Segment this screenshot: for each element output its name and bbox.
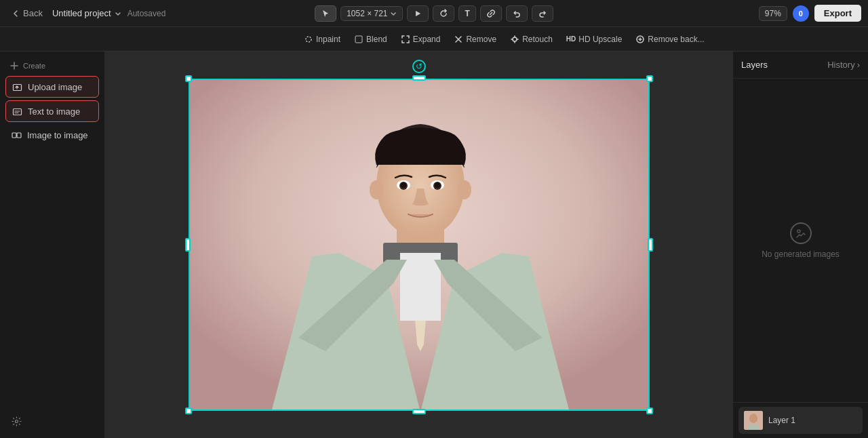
undo-icon bbox=[512, 9, 521, 18]
sidebar-item-settings[interactable] bbox=[5, 411, 99, 431]
link-button[interactable] bbox=[480, 5, 502, 22]
select-tool-button[interactable] bbox=[315, 5, 336, 22]
upload-image-icon bbox=[12, 81, 22, 92]
sidebar-bottom bbox=[5, 411, 99, 431]
zoom-control[interactable]: 97% bbox=[759, 6, 787, 21]
sidebar: Create Upload image Text to image Image … bbox=[0, 52, 105, 438]
right-panel: Layers History › No generated images Lay… bbox=[732, 52, 868, 438]
remove-icon bbox=[454, 35, 463, 44]
handle-top-right[interactable] bbox=[646, 75, 653, 82]
svg-point-19 bbox=[435, 182, 440, 188]
hd-upscale-button[interactable]: HD HD Upscale bbox=[561, 32, 627, 47]
project-name[interactable]: Untitled project bbox=[52, 8, 122, 18]
text-to-image-label: Text to image bbox=[28, 106, 80, 117]
layers-section: Layer 1 bbox=[733, 402, 868, 438]
play-icon bbox=[414, 9, 423, 18]
handle-mid-right[interactable] bbox=[648, 238, 653, 252]
user-initials: 0 bbox=[799, 9, 803, 18]
retouch-button[interactable]: Retouch bbox=[505, 32, 558, 47]
portrait-image bbox=[190, 80, 650, 411]
chevron-down-icon bbox=[114, 9, 122, 18]
svg-rect-2 bbox=[355, 36, 362, 43]
image-toolbar: Inpaint Blend Expand Remove Retouch HD H… bbox=[0, 27, 868, 52]
create-section-label: Create bbox=[5, 58, 99, 73]
svg-rect-6 bbox=[12, 133, 16, 138]
zoom-value: 97% bbox=[765, 9, 781, 18]
remove-back-button[interactable]: Remove back... bbox=[630, 32, 709, 47]
dimensions-badge[interactable]: 1052 × 721 bbox=[340, 6, 403, 21]
expand-icon bbox=[401, 35, 410, 44]
layer-1-name: Layer 1 bbox=[768, 416, 795, 425]
upload-image-label: Upload image bbox=[28, 82, 82, 92]
topbar-right: 97% 0 Export bbox=[759, 5, 861, 22]
refresh-icon bbox=[439, 9, 449, 18]
back-button[interactable]: Back bbox=[7, 5, 47, 21]
layer-1-thumbnail bbox=[744, 411, 763, 430]
remove-button[interactable]: Remove bbox=[448, 32, 502, 47]
sidebar-item-upload-image[interactable]: Upload image bbox=[5, 76, 99, 98]
right-panel-empty: No generated images bbox=[733, 79, 868, 402]
expand-button[interactable]: Expand bbox=[395, 32, 446, 47]
text-tool-button[interactable]: T bbox=[459, 5, 476, 22]
right-panel-header: Layers History › bbox=[733, 52, 868, 79]
back-arrow-icon bbox=[11, 9, 20, 18]
chevron-down-icon bbox=[391, 10, 397, 17]
topbar: Back Untitled project Autosaved 1052 × 7… bbox=[0, 0, 868, 27]
blend-button[interactable]: Blend bbox=[349, 32, 393, 47]
sidebar-item-text-to-image[interactable]: Text to image bbox=[5, 100, 99, 122]
history-tab[interactable]: History › bbox=[827, 58, 860, 71]
blend-icon bbox=[354, 35, 363, 44]
cursor-icon bbox=[321, 9, 330, 18]
main-content: Create Upload image Text to image Image … bbox=[0, 52, 868, 438]
undo-button[interactable] bbox=[506, 5, 528, 22]
canvas-image[interactable] bbox=[189, 79, 650, 411]
canvas-wrapper: ↺ bbox=[189, 79, 650, 411]
svg-point-18 bbox=[401, 182, 406, 188]
image-to-image-label: Image to image bbox=[27, 130, 88, 140]
image-to-image-icon bbox=[11, 130, 22, 140]
back-label: Back bbox=[23, 8, 43, 18]
dimensions-value: 1052 × 721 bbox=[347, 9, 387, 18]
link-icon bbox=[486, 9, 496, 18]
handle-bottom-left[interactable] bbox=[185, 407, 192, 414]
handle-bottom-mid[interactable] bbox=[412, 409, 426, 414]
svg-point-3 bbox=[513, 37, 517, 41]
refresh-button[interactable] bbox=[433, 5, 455, 22]
text-tool-icon: T bbox=[465, 9, 470, 18]
handle-mid-left[interactable] bbox=[185, 238, 191, 252]
canvas-area[interactable]: ↺ bbox=[105, 52, 732, 438]
remove-back-icon bbox=[635, 35, 645, 44]
create-icon bbox=[9, 61, 19, 71]
export-button[interactable]: Export bbox=[814, 5, 861, 22]
svg-point-1 bbox=[306, 37, 311, 42]
user-avatar: 0 bbox=[793, 5, 809, 22]
text-to-image-icon bbox=[12, 106, 22, 117]
svg-point-8 bbox=[15, 420, 18, 422]
handle-top-mid[interactable] bbox=[412, 75, 426, 81]
redo-button[interactable] bbox=[532, 5, 553, 22]
autosaved-label: Autosaved bbox=[127, 9, 166, 18]
topbar-center: 1052 × 721 T bbox=[315, 5, 553, 22]
svg-point-24 bbox=[749, 414, 757, 423]
svg-marker-0 bbox=[416, 11, 421, 16]
retouch-icon bbox=[510, 35, 519, 44]
inpaint-button[interactable]: Inpaint bbox=[298, 32, 346, 47]
empty-state-text: No generated images bbox=[762, 250, 840, 259]
svg-point-21 bbox=[458, 180, 471, 199]
redo-icon bbox=[538, 9, 547, 18]
empty-state-icon bbox=[790, 222, 812, 244]
svg-point-22 bbox=[797, 230, 800, 233]
svg-rect-12 bbox=[400, 253, 441, 321]
settings-icon bbox=[11, 416, 22, 426]
layers-tab[interactable]: Layers bbox=[741, 58, 768, 71]
hd-icon: HD bbox=[566, 35, 576, 43]
handle-top-left[interactable] bbox=[185, 75, 192, 82]
rotate-handle[interactable]: ↺ bbox=[412, 60, 426, 73]
sidebar-item-image-to-image[interactable]: Image to image bbox=[5, 125, 99, 145]
layer-1-item[interactable]: Layer 1 bbox=[738, 407, 863, 434]
play-button[interactable] bbox=[408, 5, 429, 22]
project-title: Untitled project bbox=[52, 8, 111, 18]
inpaint-icon bbox=[304, 35, 313, 44]
svg-point-20 bbox=[370, 180, 383, 199]
handle-bottom-right[interactable] bbox=[646, 407, 653, 414]
